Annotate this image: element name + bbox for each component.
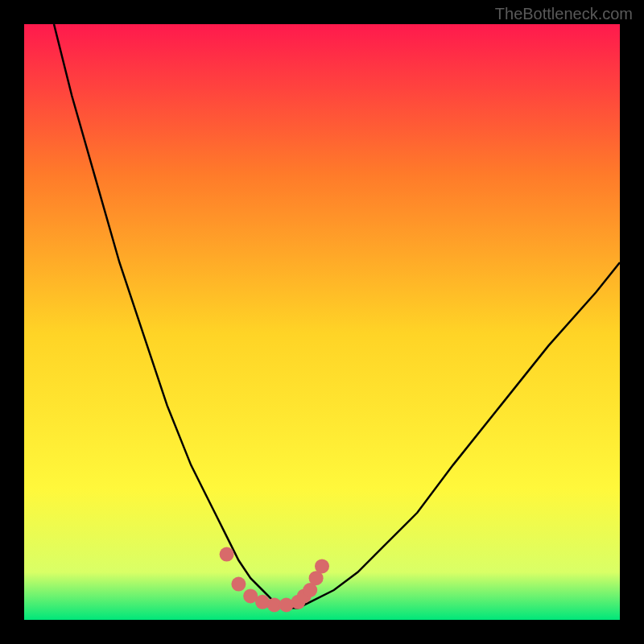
chart-curve-layer bbox=[24, 24, 620, 620]
highlight-marker bbox=[220, 547, 234, 562]
highlight-marker bbox=[231, 577, 246, 592]
highlight-marker bbox=[315, 559, 329, 573]
bottleneck-curve bbox=[54, 24, 620, 608]
watermark-text: TheBottleneck.com bbox=[495, 5, 633, 23]
plot-area bbox=[24, 24, 620, 620]
